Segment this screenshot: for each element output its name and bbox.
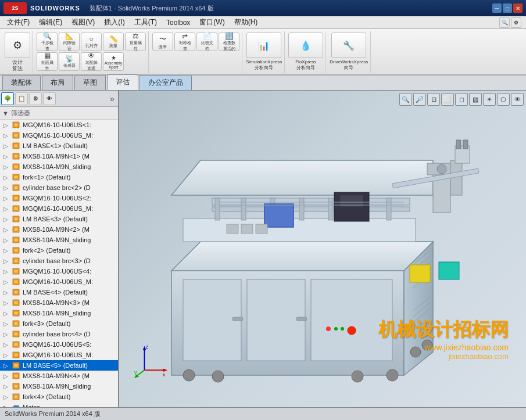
zoom-out-button[interactable]: 🔎 (413, 93, 426, 106)
interference-check-button[interactable]: 🔍 干涉检查 (37, 33, 58, 51)
feature-tree[interactable]: ▷MGQM16-10-U06US<1:▷MGQM16-10-U06US_M:▷L… (0, 120, 118, 407)
measure-button[interactable]: 📏 测量 (103, 33, 124, 51)
tree-expand-icon[interactable]: ▷ (3, 143, 10, 149)
hole-align-button[interactable]: ○ 孔对齐 (81, 33, 102, 51)
tree-item[interactable]: ▷MGQM16-10-U06US<2: (0, 193, 118, 203)
floXpress-button[interactable]: 💧 (288, 33, 323, 58)
curvature-button[interactable]: 〜 曲率 (152, 33, 173, 51)
tree-expand-icon[interactable]: ▷ (3, 174, 10, 181)
simulation-xpress-button[interactable]: 📊 (246, 33, 281, 58)
menu-tools[interactable]: 工具(T) (130, 16, 162, 28)
minimize-button[interactable]: ─ (492, 3, 502, 13)
tree-item[interactable]: ▷MXS8-10A-M9N<3> (M (0, 297, 118, 308)
properties-tab[interactable]: 📋 (15, 92, 28, 105)
tree-item[interactable]: ▷MXS8-10A-M9N_sliding (0, 381, 118, 392)
menu-help[interactable]: 帮助(H) (230, 16, 263, 28)
tab-office[interactable]: 办公室产品 (139, 75, 192, 90)
tree-item[interactable]: ▷fork<4> (Default) (0, 392, 118, 402)
tree-expand-icon[interactable]: ▷ (3, 331, 10, 338)
menu-toolbox[interactable]: Toolbox (162, 17, 195, 28)
display-style-button[interactable]: ▨ (469, 93, 482, 106)
tree-expand-icon[interactable]: ▷ (3, 342, 10, 348)
hide-show-button[interactable]: 👁 (511, 93, 524, 106)
tree-expand-icon[interactable]: ▷ (3, 164, 10, 170)
mass-props-button[interactable]: ⚖ 质量属性 (125, 33, 146, 51)
tree-expand-icon[interactable]: ▷ (3, 268, 10, 275)
tree-expand-icon[interactable]: ▷ (3, 383, 10, 390)
view-orient-button[interactable]: ⬜ (441, 93, 454, 106)
tree-expand-icon[interactable]: ▶ (3, 404, 10, 408)
check-qty-button[interactable]: 🔢 检查数量活的 (219, 33, 239, 51)
tree-item[interactable]: ▷MGQM16-10-U06US_M: (0, 130, 118, 141)
tab-evaluate[interactable]: 评估 (107, 74, 138, 90)
tree-expand-icon[interactable]: ▷ (3, 289, 10, 296)
tree-item[interactable]: ▷MXS8-10A-M9N<1> (M (0, 151, 118, 161)
menu-view[interactable]: 视图(V) (67, 16, 99, 28)
menu-insert[interactable]: 插入(I) (99, 16, 129, 28)
tab-layout[interactable]: 布局 (42, 75, 73, 90)
tree-item[interactable]: ▷LM BASE<3> (Default) (0, 214, 118, 224)
tree-expand-icon[interactable]: ▷ (3, 321, 10, 327)
tree-item[interactable]: ▷MGQM16-10-U06US<4: (0, 266, 118, 277)
quick-search[interactable]: 🔍 (499, 17, 510, 28)
tree-item[interactable]: ▷fork<1> (Default) (0, 172, 118, 182)
tree-expand-icon[interactable]: ▷ (3, 258, 10, 264)
close-button[interactable]: ✕ (513, 3, 523, 13)
viewport[interactable]: 🔍 🔎 ⊡ ⬜ ◻ ▨ ☀ ⬡ 👁 (119, 91, 526, 407)
tree-item[interactable]: ▷MXS8-10A-M9N_sliding (0, 308, 118, 318)
feature-tree-tab[interactable]: 🌳 (1, 92, 14, 105)
assembly-visual-button[interactable]: 👁 装配体直观 (81, 52, 102, 71)
tree-item[interactable]: ▷LM BASE<1> (Default) (0, 141, 118, 151)
display-pane-tab[interactable]: 👁 (43, 92, 56, 105)
menu-edit[interactable]: 编辑(E) (34, 16, 67, 28)
options-btn[interactable]: ⚙ (511, 17, 521, 28)
compare-docs-button[interactable]: 📄 比较文档 (196, 33, 217, 51)
maximize-button[interactable]: □ (503, 3, 512, 13)
tree-expand-icon[interactable]: ▷ (3, 195, 10, 202)
config-tab[interactable]: ⚙ (29, 92, 42, 105)
tree-item[interactable]: ▷cylinder base brc<4> (D (0, 329, 118, 339)
tree-item[interactable]: ▷MXS8-10A-M9N_sliding (0, 161, 118, 172)
panel-expand-arrow[interactable]: » (108, 94, 117, 103)
menu-file[interactable]: 文件(F) (2, 16, 34, 28)
tree-item[interactable]: ▷cylinder base brc<3> (D (0, 256, 118, 266)
tree-expand-icon[interactable]: ▷ (3, 206, 10, 212)
tree-item[interactable]: ▷fork<2> (Default) (0, 245, 118, 256)
tree-item[interactable]: ▷MXS8-10A-M9N<4> (M (0, 371, 118, 381)
tree-expand-icon[interactable]: ▷ (3, 310, 10, 317)
tree-expand-icon[interactable]: ▷ (3, 153, 10, 160)
tree-item[interactable]: ▷MGQM16-10-U06US<1: (0, 120, 118, 130)
tree-item[interactable]: ▷MGQM16-10-U06US<5: (0, 339, 118, 350)
driveWorksXpress-button[interactable]: 🔧 (331, 33, 366, 58)
tree-item[interactable]: ▷LM BASE<5> (Default) (0, 360, 118, 371)
tab-sketch[interactable]: 草图 (74, 75, 106, 90)
clearance-verify-button[interactable]: 📐 间隙验证 (59, 33, 80, 51)
section-props-button[interactable]: ▦ 剖面属性 (37, 52, 58, 71)
tree-expand-icon[interactable]: ▷ (3, 227, 10, 233)
tree-item[interactable]: ▷MXS8-10A-M9N<2> (M (0, 224, 118, 235)
sensor-button[interactable]: 📡 传感器 (59, 52, 80, 71)
tree-expand-icon[interactable]: ▷ (3, 362, 10, 369)
assemblyxpert-button[interactable]: ★ AssemblyXpert (103, 52, 124, 71)
tree-item[interactable]: ▷fork<3> (Default) (0, 318, 118, 329)
tree-expand-icon[interactable]: ▷ (3, 279, 10, 285)
tree-expand-icon[interactable]: ▷ (3, 185, 10, 191)
view-3d-button[interactable]: ◻ (455, 93, 468, 106)
tree-item[interactable]: ▶Mates (0, 402, 118, 407)
zoom-in-button[interactable]: 🔍 (399, 93, 412, 106)
tree-item[interactable]: ▷cylinder base brc<2> (D (0, 182, 118, 193)
tree-item[interactable]: ▷LM BASE<4> (Default) (0, 287, 118, 297)
section-view-button[interactable]: ⬡ (497, 93, 510, 106)
tree-expand-icon[interactable]: ▷ (3, 352, 10, 358)
tree-expand-icon[interactable]: ▷ (3, 373, 10, 379)
tree-expand-icon[interactable]: ▷ (3, 122, 10, 128)
tree-expand-icon[interactable]: ▷ (3, 247, 10, 254)
tree-expand-icon[interactable]: ▷ (3, 237, 10, 243)
tree-item[interactable]: ▷MGQM16-10-U06US_M: (0, 203, 118, 214)
design-calc-button[interactable]: ⚙ (5, 33, 30, 58)
tree-item[interactable]: ▷MXS8-10A-M9N_sliding (0, 235, 118, 245)
tree-expand-icon[interactable]: ▷ (3, 394, 10, 400)
zoom-fit-button[interactable]: ⊡ (427, 93, 440, 106)
tree-expand-icon[interactable]: ▷ (3, 300, 10, 306)
symmetry-button[interactable]: ⇌ 对称检查 (174, 33, 195, 51)
